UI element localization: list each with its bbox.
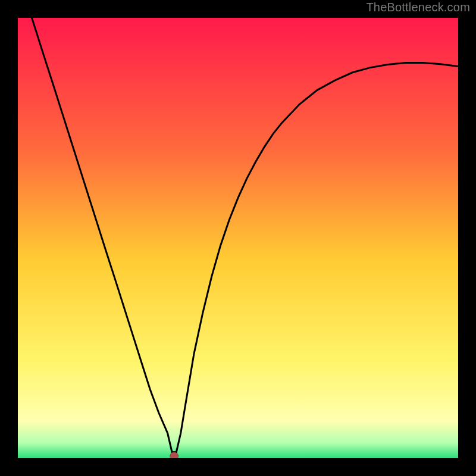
marker-dot [170,452,178,458]
chart-frame: TheBottleneck.com [0,0,476,476]
bottleneck-chart [18,18,458,458]
watermark-text: TheBottleneck.com [366,1,470,14]
gradient-background [18,18,458,458]
